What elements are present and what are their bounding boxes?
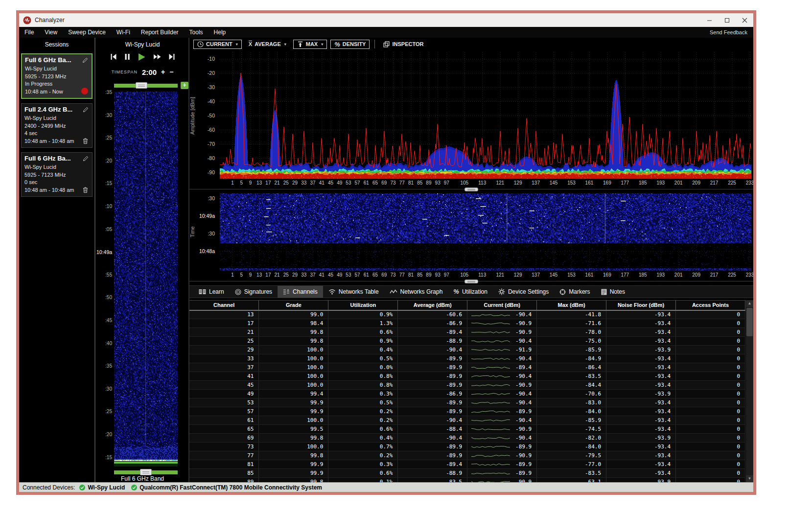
table-row[interactable]: 29100.00.4%-90.4-91.9-85.9-93.90 <box>189 346 745 354</box>
chevron-down-icon[interactable]: ▾ <box>321 42 323 47</box>
max-button[interactable]: MAX▾ <box>293 40 327 49</box>
inspector-button[interactable]: INSPECTOR <box>380 40 427 48</box>
current-sparkline <box>471 348 510 352</box>
skip-to-start-button[interactable] <box>110 53 117 60</box>
table-row[interactable]: 37100.00.0%-89.9-89.4-86.4-93.40 <box>189 363 745 372</box>
column-header[interactable]: Average (dBm) <box>398 301 467 310</box>
column-header[interactable]: Max (dBm) <box>537 301 606 310</box>
timeline-range-bar-bottom[interactable] <box>114 470 178 474</box>
menu-wi-fi[interactable]: Wi-Fi <box>111 29 136 36</box>
table-row[interactable]: 6999.80.4%-90.4-90.4-82.0-93.90 <box>189 434 745 443</box>
edit-session-icon[interactable] <box>82 106 89 113</box>
timeline-drag-handle-bottom[interactable] <box>140 469 152 475</box>
timeline-range-bar-top[interactable]: + <box>114 84 178 88</box>
tab-markers[interactable]: Markers <box>554 286 595 298</box>
table-row[interactable]: 33100.00.5%-89.9-90.4-84.9-93.40 <box>189 354 745 363</box>
tab-networks-table[interactable]: Networks Table <box>323 286 384 298</box>
tab-signatures[interactable]: Signatures <box>230 286 278 298</box>
session-card[interactable]: Full 2.4 GHz B...Wi-Spy Lucid2400 - 2499… <box>21 103 93 148</box>
pause-button[interactable] <box>124 53 130 60</box>
column-header[interactable]: Current (dBm) <box>467 301 537 310</box>
table-row[interactable]: 45100.00.8%-89.9-90.9-84.4-93.40 <box>189 381 745 390</box>
tab-channels[interactable]: Channels <box>278 286 323 298</box>
menu-view[interactable]: View <box>39 29 63 36</box>
session-time: 10:48 am - Now <box>25 88 89 96</box>
table-row[interactable]: 4999.40.3%-86.9-90.4-70.6-93.90 <box>189 390 745 398</box>
delete-session-icon[interactable] <box>82 187 89 193</box>
play-button[interactable] <box>138 53 146 61</box>
minimize-button[interactable] <box>700 13 718 27</box>
table-row[interactable]: 61100.00.2%-90.4-90.4-85.9-93.40 <box>189 416 745 425</box>
cell-max-dbm-: -84.4 <box>537 381 606 390</box>
table-row[interactable]: 5399.90.5%-89.9-90.4-83.0-93.40 <box>189 398 745 407</box>
cell-current-dbm-: -90.4 <box>467 390 537 398</box>
chevron-down-icon[interactable]: ▾ <box>236 42 238 47</box>
table-row[interactable]: 1798.41.3%-86.9-90.9-71.6-93.40 <box>189 319 745 328</box>
skip-to-end-button[interactable] <box>168 53 175 60</box>
cell-access-points: 0 <box>676 398 745 407</box>
timeline-drag-handle[interactable] <box>136 82 147 89</box>
scroll-down-icon[interactable]: ▼ <box>746 475 753 482</box>
table-row[interactable]: 8199.90.3%-89.4-89.9-77.0-93.40 <box>189 460 745 469</box>
table-row[interactable]: 8999.80.1%-83.5-90.9-63.1-93.90 <box>189 478 745 483</box>
splitter-waterfall-table[interactable] <box>189 280 753 283</box>
current-sparkline <box>471 392 510 396</box>
cell-channel: 21 <box>189 328 259 337</box>
table-row[interactable]: 73100.00.7%-89.9-89.9-84.0-93.40 <box>189 443 745 451</box>
tab-learn[interactable]: Learn <box>193 286 230 298</box>
table-row[interactable]: 1399.00.9%-60.6-90.4-41.8-93.40 <box>189 310 745 319</box>
scrollbar-thumb[interactable] <box>746 308 753 336</box>
table-row[interactable]: 5799.90.2%-89.9-89.9-84.0-93.40 <box>189 407 745 416</box>
table-row[interactable]: 6599.50.6%-88.4-90.9-74.5-93.40 <box>189 425 745 434</box>
column-header[interactable]: Access Points <box>676 301 745 310</box>
scroll-up-icon[interactable]: ▲ <box>746 300 753 307</box>
column-header[interactable]: Grade <box>259 301 328 310</box>
menu-tools[interactable]: Tools <box>184 29 209 36</box>
close-button[interactable] <box>736 13 753 27</box>
table-row[interactable]: 8599.90.6%-88.9-89.9-83.5-93.40 <box>189 469 745 478</box>
menu-file[interactable]: File <box>19 29 39 36</box>
current-button[interactable]: CURRENT▾ <box>193 40 242 49</box>
cell-max-dbm-: -63.1 <box>537 478 606 483</box>
current-sparkline <box>471 444 510 449</box>
tab-utilization[interactable]: %Utilization <box>448 286 493 298</box>
tab-device-settings[interactable]: Device Settings <box>493 286 554 298</box>
cell-grade: 99.9 <box>259 460 328 469</box>
table-row[interactable]: 2199.80.6%-89.4-90.9-78.0-93.40 <box>189 328 745 337</box>
timespan-increase-button[interactable]: + <box>161 69 165 75</box>
splitter-spectrum-waterfall[interactable] <box>189 187 753 191</box>
session-card[interactable]: Full 6 GHz Ba...Wi-Spy Lucid5925 - 7123 … <box>21 53 93 99</box>
table-row[interactable]: 7799.80.2%-89.9-90.9-79.5-93.40 <box>189 451 745 460</box>
send-feedback-link[interactable]: Send Feedback <box>710 29 747 35</box>
session-card[interactable]: Full 6 GHz Ba...Wi-Spy Lucid5925 - 7123 … <box>21 152 93 197</box>
spectrum-chart[interactable] <box>220 52 751 179</box>
splitter-handle-2[interactable] <box>464 280 478 283</box>
column-header[interactable]: Channel <box>189 301 259 310</box>
cell-current-dbm-: -89.9 <box>467 443 537 451</box>
menu-help[interactable]: Help <box>209 29 232 36</box>
density-button[interactable]: %DENSITY <box>330 40 370 49</box>
tab-notes[interactable]: Notes <box>596 286 630 298</box>
tab-networks-graph[interactable]: Networks Graph <box>384 286 448 298</box>
maximize-button[interactable] <box>718 13 736 27</box>
column-header[interactable]: Utilization <box>328 301 398 310</box>
menu-report-builder[interactable]: Report Builder <box>136 29 184 36</box>
table-scrollbar[interactable]: ▲ ▼ <box>746 300 753 482</box>
column-header[interactable]: Noise Floor (dBm) <box>606 301 676 310</box>
fast-forward-button[interactable] <box>153 54 161 60</box>
waterfall-chart[interactable] <box>220 193 751 271</box>
chevron-down-icon[interactable]: ▾ <box>284 42 286 47</box>
table-row[interactable]: 2599.80.9%-88.9-90.4-75.0-93.40 <box>189 337 745 346</box>
average-button[interactable]: XAVERAGE▾ <box>245 40 290 48</box>
amplitude-tick-label: -40 <box>208 98 215 104</box>
session-waterfall[interactable] <box>114 92 178 466</box>
table-row[interactable]: 41100.00.8%-89.9-90.4-83.5-93.40 <box>189 372 745 381</box>
timeline-add-button[interactable]: + <box>181 82 188 89</box>
menu-sweep-device[interactable]: Sweep Device <box>63 29 111 36</box>
signature-icon <box>235 289 241 295</box>
edit-session-icon[interactable] <box>82 57 89 64</box>
splitter-handle[interactable] <box>464 187 478 191</box>
edit-session-icon[interactable] <box>82 155 89 162</box>
timespan-decrease-button[interactable]: − <box>169 69 173 75</box>
delete-session-icon[interactable] <box>82 138 89 144</box>
